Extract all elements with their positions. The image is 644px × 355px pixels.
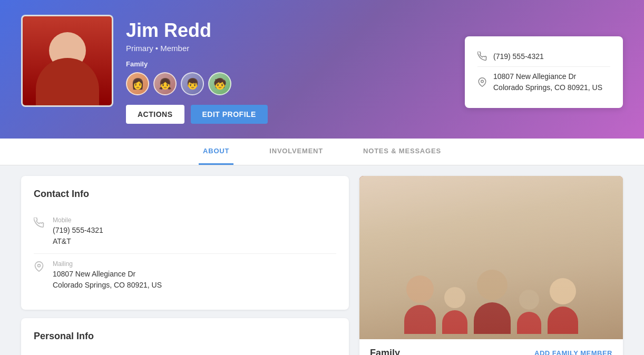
tabs-bar: ABOUT INVOLVEMENT NOTES & MESSAGES [0,139,644,165]
svg-point-1 [38,264,41,267]
family-avatar-1[interactable]: 👩 [126,72,149,95]
edit-profile-button[interactable]: EDIT PROFILE [191,105,268,124]
family-photo-card: Family ADD FAMILY MEMBER [359,176,623,355]
mobile-label: Mobile [53,216,336,224]
gender-info-row: Male [34,352,336,355]
contact-info-card: Contact Info Mobile (719) 555-4321 AT&T [21,176,349,310]
family-photo-area [359,176,623,339]
profile-subtitle: Primary • Member [126,44,452,53]
profile-banner: Jim Redd Primary • Member Family 👩 👧 👦 🧒… [0,0,644,139]
mailing-info-content: Mailing 10807 New Allegiance Dr Colorado… [53,260,336,291]
contact-card: (719) 555-4321 10807 New Allegiance Dr C… [465,36,623,108]
mobile-info-content: Mobile (719) 555-4321 AT&T [53,216,336,247]
contact-address-text: 10807 New Allegiance Dr Colorado Springs… [493,71,602,93]
mobile-phone-icon [34,218,44,228]
actions-button[interactable]: ACTIONS [126,105,184,124]
contact-address-line2: Colorado Springs, CO 80921, US [493,83,602,92]
family-section-title: Family [370,348,400,355]
contact-address-row: 10807 New Allegiance Dr Colorado Springs… [477,67,610,97]
profile-name: Jim Redd [126,19,452,42]
mailing-info-row: Mailing 10807 New Allegiance Dr Colorado… [34,254,336,297]
mobile-value: (719) 555-4321 AT&T [53,225,336,247]
mailing-location-icon [34,261,44,272]
mobile-number: (719) 555-4321 [53,226,103,234]
contact-phone-row: (719) 555-4321 [477,47,610,67]
mailing-label: Mailing [53,260,336,268]
contact-phone-text: (719) 555-4321 [493,51,544,62]
contact-info-title: Contact Info [34,189,336,200]
right-column: Family ADD FAMILY MEMBER [359,176,623,355]
tab-involvement[interactable]: INVOLVEMENT [265,139,327,165]
profile-photo [21,15,113,107]
profile-actions: ACTIONS EDIT PROFILE [126,105,452,124]
family-avatar-2[interactable]: 👧 [153,72,177,95]
left-column: Contact Info Mobile (719) 555-4321 AT&T [21,176,349,355]
mobile-info-row: Mobile (719) 555-4321 AT&T [34,210,336,254]
contact-address-line1: 10807 New Allegiance Dr [493,72,576,81]
tab-about[interactable]: ABOUT [199,139,233,165]
family-footer: Family ADD FAMILY MEMBER [359,339,623,355]
family-avatars: 👩 👧 👦 🧒 [126,72,452,95]
personal-info-card: Personal Info Male [21,318,349,355]
profile-info: Jim Redd Primary • Member Family 👩 👧 👦 🧒… [126,15,452,124]
add-family-member-button[interactable]: ADD FAMILY MEMBER [534,349,612,355]
mailing-line2: Colorado Springs, CO 80921, US [53,281,162,289]
family-avatar-3[interactable]: 👦 [181,72,204,95]
family-label: Family [126,60,452,68]
family-avatar-4[interactable]: 🧒 [208,72,231,95]
svg-point-0 [481,80,484,83]
main-content: Contact Info Mobile (719) 555-4321 AT&T [0,165,644,355]
personal-info-title: Personal Info [34,331,336,342]
mobile-carrier: AT&T [53,237,71,245]
mailing-value: 10807 New Allegiance Dr Colorado Springs… [53,269,336,291]
phone-icon [477,52,487,61]
tab-notes[interactable]: NOTES & MESSAGES [359,139,445,165]
mailing-line1: 10807 New Allegiance Dr [53,270,135,278]
location-icon [477,77,487,87]
